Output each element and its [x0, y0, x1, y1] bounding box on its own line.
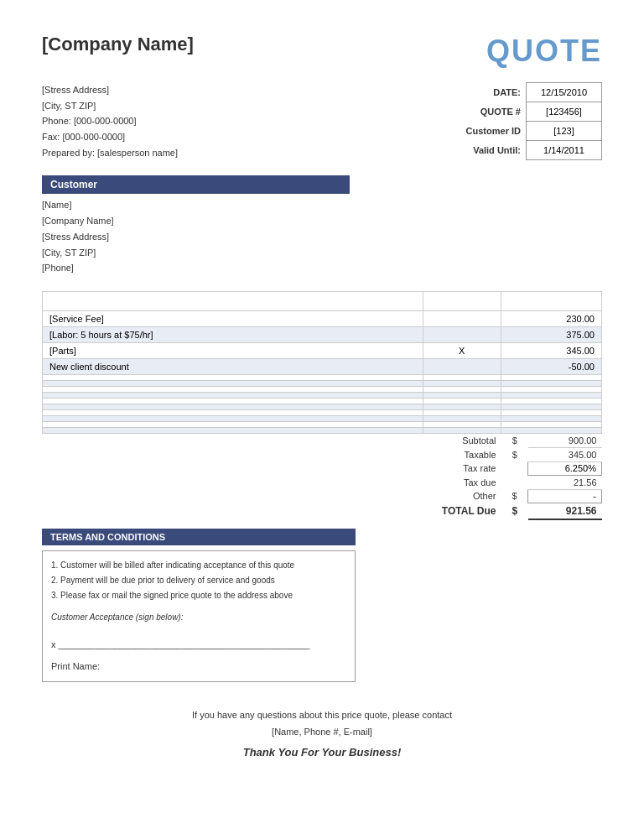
valid-until-label: Valid Until:: [463, 141, 527, 160]
taxable-dollar: $: [501, 447, 528, 461]
row-amount: [501, 415, 601, 421]
subtotal-dollar: $: [501, 434, 528, 448]
date-value: 12/15/2010: [527, 83, 602, 102]
total-label: TOTAL Due: [389, 503, 501, 519]
table-row: [43, 409, 602, 415]
date-label: DATE:: [463, 83, 527, 102]
total-dollar: $: [501, 503, 528, 519]
customer-id-label: Customer ID: [463, 122, 527, 141]
table-row: [Parts]X345.00: [43, 342, 602, 358]
tax-rate-dollar: [501, 461, 528, 475]
row-amount: 230.00: [501, 310, 601, 326]
row-taxed: [423, 415, 501, 421]
customer-info: [Name] [Company Name] [Stress Address] […: [42, 197, 602, 275]
terms-content: 1. Customer will be billed after indicat…: [42, 550, 356, 683]
tax-due-label: Tax due: [389, 475, 501, 489]
footer-note: If you have any questions about this pri…: [42, 707, 602, 741]
terms-line2: 2. Payment will be due prior to delivery…: [51, 573, 346, 588]
row-amount: [501, 404, 601, 409]
row-description: [43, 415, 423, 421]
customer-id-value: [123]: [527, 122, 602, 141]
table-row: [43, 427, 602, 433]
row-amount: [501, 427, 601, 433]
row-taxed: [423, 409, 501, 415]
row-amount: [501, 421, 601, 427]
row-amount: [501, 386, 601, 392]
subtotal-value: 900.00: [528, 434, 602, 448]
total-value: 921.56: [528, 503, 602, 519]
col-header-taxed: TAXED: [423, 291, 501, 310]
row-description: [43, 398, 423, 404]
quote-title: QUOTE: [486, 34, 602, 69]
row-description: [43, 374, 423, 380]
table-row: [43, 404, 602, 409]
row-description: [43, 421, 423, 427]
tax-due-value: 21.56: [528, 475, 602, 489]
row-taxed: [423, 374, 501, 380]
row-description: [43, 409, 423, 415]
customer-header: Customer: [42, 175, 350, 194]
terms-line3: 3. Please fax or mail the signed price q…: [51, 588, 346, 603]
table-row: [43, 386, 602, 392]
customer-city: [City, ST ZIP]: [42, 245, 602, 261]
row-description: [43, 427, 423, 433]
row-amount: [501, 392, 601, 398]
row-description: [43, 404, 423, 409]
row-amount: -50.00: [501, 358, 601, 374]
taxable-label: Taxable: [389, 447, 501, 461]
table-row: New client discount-50.00: [43, 358, 602, 374]
table-row: [43, 421, 602, 427]
terms-line1: 1. Customer will be billed after indicat…: [51, 558, 346, 573]
bottom-section: TERMS AND CONDITIONS 1. Customer will be…: [42, 529, 602, 683]
fax: Fax: [000-000-0000]: [42, 129, 178, 145]
prepared-by: Prepared by: [salesperson name]: [42, 145, 178, 161]
row-taxed: X: [423, 342, 501, 358]
row-amount: [501, 374, 601, 380]
street-address: [Stress Address]: [42, 82, 178, 98]
quote-document: [Company Name] QUOTE [Stress Address] [C…: [0, 0, 644, 834]
table-row: [43, 398, 602, 404]
row-taxed: [423, 380, 501, 386]
row-amount: [501, 409, 601, 415]
acceptance-label: Customer Acceptance (sign below):: [51, 610, 346, 625]
row-amount: 375.00: [501, 326, 601, 342]
table-row: [43, 415, 602, 421]
quote-num-value: [123456]: [527, 102, 602, 122]
terms-header: TERMS AND CONDITIONS: [42, 529, 356, 545]
terms-block: TERMS AND CONDITIONS 1. Customer will be…: [42, 529, 356, 683]
line-items-table: DESCRIPTION TAXED AMOUNT [Service Fee]23…: [42, 291, 602, 434]
row-taxed: [423, 358, 501, 374]
row-description: New client discount: [43, 358, 423, 374]
row-taxed: [423, 386, 501, 392]
date-table: DATE: 12/15/2010 QUOTE # [123456] Custom…: [463, 82, 602, 160]
row-taxed: [423, 427, 501, 433]
valid-until-value: 1/14/2011: [527, 141, 602, 160]
customer-company: [Company Name]: [42, 213, 602, 229]
table-row: [43, 374, 602, 380]
row-description: [Labor: 5 hours at $75/hr]: [43, 326, 423, 342]
customer-name: [Name]: [42, 197, 602, 213]
row-amount: 345.00: [501, 342, 601, 358]
footer-contact: [Name, Phone #, E-mail]: [42, 724, 602, 741]
row-description: [Service Fee]: [43, 310, 423, 326]
other-label: Other: [389, 489, 501, 503]
phone: Phone: [000-000-0000]: [42, 113, 178, 129]
print-label: Print Name:: [51, 659, 346, 675]
row-amount: [501, 380, 601, 386]
row-taxed: [423, 392, 501, 398]
row-taxed: [423, 404, 501, 409]
row-taxed: [423, 398, 501, 404]
row-taxed: [423, 310, 501, 326]
subtotal-label: Subtotal: [389, 434, 501, 448]
address-block: [Stress Address] [City, ST ZIP] Phone: […: [42, 82, 178, 160]
tax-rate-value: 6.250%: [528, 461, 602, 475]
row-description: [43, 380, 423, 386]
city-address: [City, ST ZIP]: [42, 98, 178, 114]
row-description: [43, 392, 423, 398]
footer-note-text: If you have any questions about this pri…: [42, 707, 602, 724]
row-taxed: [423, 326, 501, 342]
header: [Company Name] QUOTE: [42, 34, 602, 69]
summary-table: Subtotal $ 900.00 Taxable $ 345.00 Tax r…: [389, 434, 602, 520]
company-name: [Company Name]: [42, 34, 194, 55]
customer-address: [Stress Address]: [42, 229, 602, 245]
